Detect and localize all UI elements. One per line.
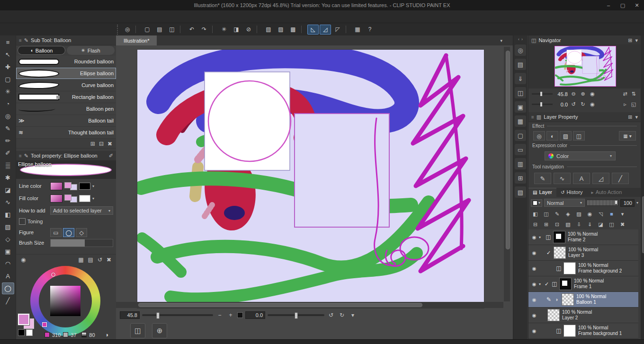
effect-expand-dropdown[interactable]: ▦ ▾ — [619, 131, 636, 141]
subtool-curve-balloon[interactable]: Curve balloon — [16, 79, 116, 91]
fill-color-swatch[interactable] — [79, 195, 90, 202]
hue-value[interactable]: 310 — [52, 332, 61, 338]
effect-layer-color-icon[interactable]: ▨ — [560, 131, 572, 141]
subtool-rectangle-balloon[interactable]: Rectangle balloon — [16, 91, 116, 103]
tool-nav-text-icon[interactable]: A — [573, 173, 590, 184]
actual-size-button[interactable] — [237, 312, 243, 318]
saturation-value[interactable]: 37 — [71, 332, 79, 338]
move-tool-icon[interactable]: ✚ — [2, 61, 14, 73]
zoom-reset-icon[interactable]: ◉ — [589, 91, 596, 97]
toolbar-separator-6[interactable] — [346, 26, 349, 33]
layer-thumbnail[interactable] — [547, 309, 560, 321]
play-icon[interactable]: ▹ — [621, 101, 629, 107]
expand-chevron-icon[interactable]: ▾ — [539, 282, 545, 286]
fit-view-icon[interactable]: ◱ — [630, 101, 637, 107]
tool-property-edit-icon[interactable]: ✐ — [109, 153, 113, 159]
zoom-in-icon[interactable]: ⊕ — [579, 91, 587, 97]
effect-border-icon[interactable]: ◎ — [533, 131, 545, 141]
white-color-swatch[interactable] — [26, 329, 33, 336]
delete-subtool-icon[interactable]: ✖ — [107, 141, 112, 147]
operation-tool-icon[interactable]: ↖ — [2, 49, 14, 61]
deselect-icon[interactable]: ✳ — [218, 25, 230, 35]
palette-quick-access-icon[interactable]: ◎ — [515, 44, 526, 56]
save-file-icon[interactable]: ◫ — [166, 25, 178, 35]
toolbar-separator-5[interactable] — [301, 26, 305, 33]
text-tool-icon[interactable]: A — [2, 270, 14, 282]
rotate-left-icon[interactable]: ↺ — [570, 101, 577, 107]
canvas-vertical-scrollbar[interactable] — [504, 47, 510, 301]
panel-dock-icon[interactable]: ⊞ — [628, 114, 632, 120]
canvas-artwork[interactable] — [137, 50, 484, 308]
brush-size-slider[interactable] — [50, 239, 113, 247]
subtool-balloon-pen[interactable]: Balloon pen — [16, 103, 116, 115]
tp-reset-icon[interactable]: ↺ — [98, 256, 102, 263]
show-ruler-icon[interactable]: ▨ — [275, 25, 286, 35]
how-to-add-select[interactable]: Add to selected layer ▾ — [50, 206, 113, 215]
blend-mode-select[interactable]: Normal ▾ — [544, 199, 585, 207]
line-color-dropdown-icon[interactable]: ▾ — [92, 184, 94, 188]
layer-row-frame-1[interactable]: ◉ ▾ ✓ ✎ ◫ 100 % Normal Frame 1 — [528, 276, 638, 292]
rotate-right-icon[interactable]: ↻ — [579, 101, 587, 107]
subtool-tab-balloon[interactable]: ◖Balloon — [18, 46, 65, 55]
palette-all-sides-view-icon[interactable]: ▢ — [515, 130, 526, 141]
figure-tool-icon[interactable]: ◇ — [2, 233, 14, 245]
snap-to-ruler-icon[interactable]: ◺ — [307, 25, 319, 35]
palette-misc-icon[interactable]: ▧ — [515, 186, 526, 198]
toolbar-separator-4[interactable] — [257, 26, 260, 33]
layer-row-layer-3[interactable]: ◉ ▾ ✓ ✎ 100 % Normal Layer 3 — [528, 245, 638, 261]
maximize-button-icon[interactable]: ▢ — [616, 0, 630, 10]
tool-property-header[interactable]: ≡ ✎ Tool property: Ellipse balloon ✐ — [16, 151, 116, 161]
ruler-tool-icon[interactable]: ◠ — [2, 258, 14, 270]
lock-layer-icon[interactable]: ◈ — [563, 210, 573, 218]
layer-visibility-icon[interactable]: ◉ — [529, 235, 539, 240]
fill-color-pair-swatch[interactable] — [64, 194, 77, 203]
toolbar-separator-3[interactable] — [212, 26, 216, 33]
balloon-tool-icon[interactable]: ◯ — [2, 282, 14, 294]
frame-border-tool-icon[interactable]: ▣ — [2, 246, 14, 257]
subtool-balloon-tail[interactable]: ≫ Balloon tail — [16, 115, 116, 127]
layer-visibility-icon[interactable]: ◉ — [529, 282, 539, 287]
subtool-ellipse-balloon[interactable]: Ellipse balloon — [16, 68, 116, 79]
main-color-swatch[interactable] — [18, 314, 29, 325]
black-color-swatch[interactable] — [18, 329, 25, 336]
rotation-reset-icon[interactable]: ◉ — [589, 101, 596, 107]
toolstrip-grip[interactable]: ≡ — [2, 36, 14, 48]
layer-thumbnail[interactable] — [562, 293, 574, 306]
tool-nav-subtool-icon[interactable]: ✎ — [534, 173, 551, 184]
expand-selection-icon[interactable]: ⊘ — [243, 25, 254, 35]
clip-at-layer-below-icon[interactable]: ◧ — [530, 210, 540, 218]
layer-color-icon[interactable]: ■ — [607, 210, 617, 218]
navigator-rotation-value[interactable]: 0.0 — [555, 102, 568, 107]
toolbar-separator-2[interactable] — [180, 26, 184, 33]
selection-launcher-icon[interactable]: ▧ — [263, 25, 274, 35]
title-bar[interactable]: Illustration* (1600 x 1200px 72dpi 45.8%… — [0, 0, 644, 10]
fit-to-screen-button[interactable]: ◫ — [130, 323, 145, 338]
lock-transparent-pixels-icon[interactable]: ▨ — [574, 210, 584, 218]
effect-extract-line-icon[interactable]: ◫ — [573, 131, 585, 141]
transparent-color-icon[interactable]: ◑ — [105, 331, 108, 338]
auto-select-tool-icon[interactable]: ✳ — [2, 86, 14, 97]
effect-tone-icon[interactable]: ◐ — [546, 131, 558, 141]
layer-options-dropdown-icon[interactable]: ▾ — [617, 210, 627, 218]
transfer-down-icon[interactable]: ⇩ — [574, 220, 584, 229]
invert-selection-icon[interactable]: ◨ — [231, 25, 242, 35]
layer-thumbnail[interactable] — [554, 247, 566, 259]
decoration-tool-icon[interactable]: ✱ — [2, 172, 14, 184]
secondary-mask-icon[interactable]: ◫ — [607, 220, 617, 229]
delete-layer-icon[interactable]: ✖ — [617, 220, 627, 229]
dock-collapse-right-icon[interactable]: › — [521, 37, 523, 42]
tab-list-chevron-icon[interactable]: ▾ — [500, 38, 502, 43]
palette-color-dropdown[interactable]: ▾ — [531, 199, 542, 207]
layer-thumbnail[interactable] — [553, 231, 565, 243]
palette-material-icon[interactable]: ▤ — [515, 59, 526, 70]
ruler-range-icon[interactable]: ◹ — [596, 210, 606, 218]
navigator-zoom-slider[interactable] — [532, 93, 553, 95]
brush-tool-icon[interactable]: ✐ — [2, 147, 14, 159]
new-layer-folder-icon[interactable]: ▧ — [563, 220, 573, 229]
selection-tool-icon[interactable]: ▢ — [2, 73, 14, 85]
draft-layer-icon[interactable]: ✎ — [552, 210, 562, 218]
duplicate-subtool-icon[interactable]: ⊟ — [99, 141, 104, 147]
layer-row-balloon-1[interactable]: ◉ ▾ ✓ ✎ ◗ 100 % Normal Balloon 1 — [528, 292, 638, 308]
rotate-left-button[interactable]: ↺ — [327, 312, 335, 318]
zoom-out-button[interactable]: − — [215, 312, 224, 318]
